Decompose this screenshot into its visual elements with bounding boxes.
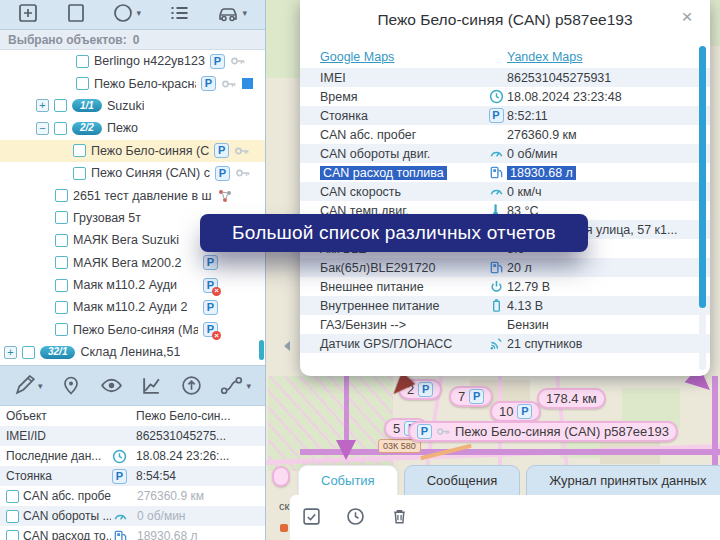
watch-button[interactable] <box>100 375 123 396</box>
parking-icon: P <box>203 300 218 315</box>
unit-checkbox[interactable] <box>55 234 68 247</box>
detail-row: Объект Пежо Бело-син... <box>0 406 265 426</box>
tree-row[interactable]: Маяк м110.2 Ауди P <box>0 274 265 296</box>
trash-icon[interactable] <box>390 507 409 526</box>
sensor-checkbox[interactable] <box>6 490 19 503</box>
group-checkbox[interactable] <box>54 122 67 135</box>
tab-messages[interactable]: Сообщения <box>404 465 521 495</box>
key-icon <box>436 425 451 438</box>
group-badge: 1/1 <box>72 99 102 112</box>
expand-icon[interactable]: + <box>36 99 49 112</box>
power-icon <box>489 279 504 294</box>
parking-off-icon: P <box>203 278 218 293</box>
select-all-checkbox-icon[interactable] <box>302 507 321 526</box>
unit-checkbox[interactable] <box>73 167 86 180</box>
tree-scrollbar[interactable] <box>259 340 264 360</box>
parking-icon: P <box>469 389 484 404</box>
tab-events[interactable]: События <box>298 465 398 495</box>
tree-row-selected[interactable]: Пежо Бело-синяя (С P <box>0 140 265 162</box>
tree-row[interactable]: 2651 тест давление в ш <box>0 184 265 206</box>
gauge-icon <box>113 509 128 524</box>
unit-checkbox[interactable] <box>76 77 89 90</box>
detail-row: Последние дан... 18.08.24 23:26:... <box>0 446 265 466</box>
map-unit-label[interactable]: P Пежо Бело-синяя (CAN) p587ee193 <box>408 421 678 442</box>
group-checkbox[interactable] <box>54 99 67 112</box>
tree-group-row[interactable]: + 32/1 Склад Ленина,51 <box>0 341 265 363</box>
unit-checkbox[interactable] <box>55 301 68 314</box>
popup-row: Бак(65л)BLE291720 20 л <box>300 258 710 277</box>
google-maps-link[interactable]: Google Maps <box>320 50 394 64</box>
tree-row[interactable]: Berlingo н422ув123 P <box>0 50 265 72</box>
unit-actions-toolbar: ▾ ▾ <box>0 365 265 406</box>
selected-count: 0 <box>133 33 140 47</box>
unit-checkbox[interactable] <box>55 279 68 292</box>
yandex-maps-link[interactable]: Yandex Maps <box>507 50 583 64</box>
popup-row: Время 18.08.2024 23:23:48 <box>300 87 710 106</box>
time-filter-icon[interactable] <box>346 507 365 526</box>
map-route-arrow <box>336 440 356 460</box>
sensor-icon <box>217 188 233 204</box>
cluster-count: 5 <box>393 421 400 436</box>
popup-title: Пежо Бело-синяя (CAN) p587ee193 <box>300 0 710 46</box>
chevron-down-icon: ▾ <box>136 8 141 18</box>
list-view-button[interactable] <box>169 3 190 23</box>
map-distance-label[interactable]: 178.4 км <box>537 388 606 409</box>
unit-checkbox[interactable] <box>76 55 89 68</box>
app-window: 2 P 7 P 10 P 178.4 км 5 P P Пежо Бело-си… <box>0 0 720 540</box>
tree-row[interactable]: Пежо Бело-красная P <box>0 72 265 94</box>
expand-icon[interactable]: + <box>4 346 17 359</box>
collapse-icon[interactable]: − <box>36 122 49 135</box>
tree-row[interactable]: МАЯК Вега м200.2 P <box>0 252 265 274</box>
charts-button[interactable] <box>141 375 162 396</box>
map-cluster-label[interactable]: 7 P <box>449 386 493 407</box>
fuel-icon <box>113 529 128 540</box>
unit-checkbox[interactable] <box>55 211 68 224</box>
gauge-icon <box>489 146 504 161</box>
monitoring-sidebar: ▾ ▾ Выбрано объектов:0 Berlingo н422ув12… <box>0 0 266 540</box>
parking-icon: P <box>489 108 504 123</box>
parking-icon: P <box>517 404 532 419</box>
detail-row: CAN расход то... 18930.68 л <box>0 526 265 540</box>
unit-name: Пежо Бело-синяя (CAN) p587ee193 <box>455 424 669 439</box>
send-command-button[interactable] <box>181 375 202 396</box>
key-icon <box>235 166 251 180</box>
unit-details-table: Объект Пежо Бело-син... IMEI/ID 86253104… <box>0 406 265 540</box>
group-badge: 2/2 <box>72 122 102 135</box>
group-checkbox[interactable] <box>22 346 35 359</box>
watermark-circles <box>601 501 631 535</box>
panel-collapse-handle[interactable] <box>284 341 290 351</box>
radius-select-button[interactable]: ▾ <box>113 3 141 23</box>
chevron-down-icon: ▾ <box>242 8 247 18</box>
cluster-count: 7 <box>458 389 465 404</box>
tree-group-row[interactable]: − 2/2 Пежо <box>0 117 265 139</box>
unit-checkbox[interactable] <box>55 189 68 202</box>
vehicle-filter-button[interactable]: ▾ <box>217 3 247 23</box>
map-route-line <box>300 449 720 455</box>
map-street-text: ск <box>279 500 289 512</box>
tree-row[interactable]: Пежо Синяя (CAN) с P <box>0 162 265 184</box>
map-cluster-label[interactable]: 10 P <box>490 401 541 422</box>
close-icon[interactable]: × <box>678 8 696 26</box>
sensor-checkbox[interactable] <box>6 530 19 540</box>
locate-button[interactable] <box>61 375 81 396</box>
unit-checkbox[interactable] <box>55 256 68 269</box>
tree-row[interactable]: Пежо Бело-синяя (Мая P <box>0 319 265 341</box>
edit-unit-button[interactable]: ▾ <box>14 375 43 396</box>
sensor-checkbox[interactable] <box>6 510 19 523</box>
tab-data-log[interactable]: Журнал принятых данных <box>526 465 720 495</box>
select-area-button[interactable] <box>66 3 86 23</box>
unit-checkbox[interactable] <box>55 323 68 336</box>
track-button[interactable]: ▾ <box>220 375 251 396</box>
satellite-icon <box>489 336 504 351</box>
tree-row[interactable]: Маяк м110.2 Ауди 2 P <box>0 296 265 318</box>
chevron-down-icon: ▾ <box>38 381 43 391</box>
parking-icon: P <box>214 143 229 158</box>
popup-scrollbar-thumb[interactable] <box>699 46 706 308</box>
key-icon <box>230 54 246 68</box>
add-unit-button[interactable] <box>18 3 38 23</box>
tree-group-row[interactable]: + 1/1 Suzuki <box>0 95 265 117</box>
group-badge: 32/1 <box>40 346 75 359</box>
unit-checkbox[interactable] <box>73 144 86 157</box>
detail-row: CAN абс. пробег 276360.9 км <box>0 486 265 506</box>
unit-info-popup: Пежо Бело-синяя (CAN) p587ee193 × Google… <box>300 0 710 376</box>
